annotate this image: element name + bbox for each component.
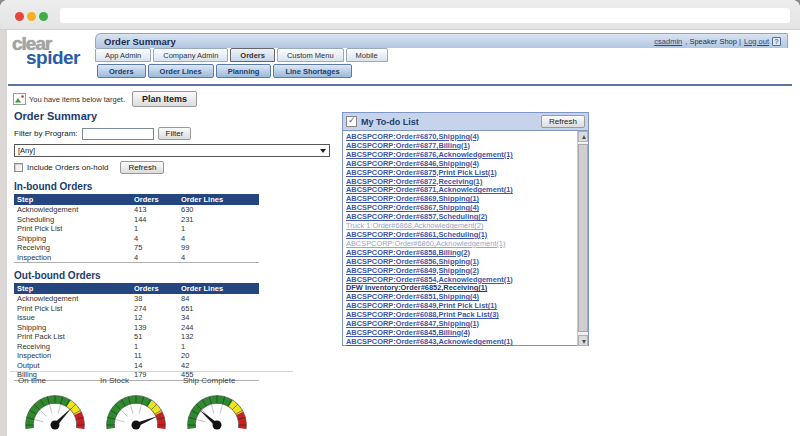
table-row: Print Pack List 51 132 bbox=[14, 332, 259, 342]
subtab-planning[interactable]: Planning bbox=[216, 64, 272, 78]
table-row: Shipping 139 244 bbox=[14, 323, 259, 333]
gauge-label-ship-complete: Ship Complete bbox=[183, 376, 235, 385]
todo-item-link[interactable]: ABCSPCORP:Order#6847,Shipping(1) bbox=[346, 320, 574, 329]
address-bar[interactable] bbox=[60, 8, 790, 23]
todo-item-link[interactable]: ABCSPCORP:Order#6854,Acknowledgement(1) bbox=[346, 276, 574, 285]
program-select[interactable]: [Any] bbox=[14, 144, 330, 157]
page-content: clear spider Order Summary csadmin , Spe… bbox=[0, 30, 800, 436]
column-header-order-lines: Order Lines bbox=[181, 283, 259, 294]
todo-title: My To-do List bbox=[361, 117, 537, 127]
todo-panel: My To-do List Refresh ABCSPCORP:Order#68… bbox=[342, 112, 589, 346]
todo-item-link[interactable]: ABCSPCORP:Order#6870,Shipping(4) bbox=[346, 133, 574, 142]
scroll-thumb[interactable] bbox=[578, 144, 588, 332]
clearspider-logo: clear spider bbox=[12, 35, 80, 66]
todo-item-link[interactable]: ABCSPCORP:Order#6849,Shipping(2) bbox=[346, 267, 574, 276]
tab-company-admin[interactable]: Company Admin bbox=[153, 48, 228, 62]
gauge-on-time bbox=[23, 387, 87, 435]
subtab-order-lines[interactable]: Order Lines bbox=[148, 64, 214, 78]
todo-item-link[interactable]: ABCSPCORP:Order#6860,Acknowledgement(1) bbox=[346, 240, 574, 249]
column-header-step: Step bbox=[14, 283, 134, 294]
include-onhold-label: Include Orders on-hold bbox=[27, 163, 108, 172]
tab-custom-menu[interactable]: Custom Menu bbox=[277, 48, 344, 62]
todo-item-link[interactable]: ABCSPCORP:Order#6851,Shipping(4) bbox=[346, 293, 574, 302]
column-header-orders: Orders bbox=[134, 283, 181, 294]
table-row: Inspection 4 4 bbox=[14, 253, 259, 263]
minimize-button[interactable] bbox=[27, 12, 36, 21]
maximize-button[interactable] bbox=[39, 12, 48, 21]
subtab-line-shortages[interactable]: Line Shortages bbox=[273, 64, 351, 78]
program-filter-input[interactable] bbox=[82, 128, 154, 140]
todo-item-link[interactable]: ABCSPCORP:Order#6875,Print Pick List(1) bbox=[346, 169, 574, 178]
todo-item-link[interactable]: ABCSPCORP:Order#6849,Print Pick List(1) bbox=[346, 302, 574, 311]
inbound-orders-table: Step Orders Order Lines Acknowledgement … bbox=[14, 194, 259, 263]
outbound-table-body: Acknowledgement 38 84 Print Pick List 27… bbox=[14, 294, 259, 380]
broken-image-icon bbox=[13, 93, 26, 105]
company-name-text: , Speaker Shop | bbox=[685, 37, 741, 46]
logo-text-spider: spider bbox=[26, 49, 80, 66]
todo-items: ABCSPCORP:Order#6870,Shipping(4)ABCSPCOR… bbox=[346, 133, 574, 346]
header-divider bbox=[8, 84, 792, 86]
table-header-row: Step Orders Order Lines bbox=[14, 194, 259, 205]
tab-app-admin[interactable]: App Admin bbox=[95, 48, 151, 62]
gauges-row bbox=[23, 387, 266, 435]
logout-link[interactable]: Log out bbox=[744, 37, 769, 46]
todo-item-link[interactable]: ABCSPCORP:Order#6843,Acknowledgement(1) bbox=[346, 338, 574, 346]
subtab-orders[interactable]: Orders bbox=[97, 64, 146, 78]
table-row: Acknowledgement 38 84 bbox=[14, 294, 259, 304]
tab-mobile[interactable]: Mobile bbox=[346, 48, 388, 62]
todo-item-link[interactable]: ABCSPCORP:Order#6845,Billing(4) bbox=[346, 329, 574, 338]
close-button[interactable] bbox=[15, 12, 24, 21]
outbound-orders-heading: Out-bound Orders bbox=[14, 270, 336, 281]
user-name-link[interactable]: csadmin bbox=[654, 37, 682, 46]
table-row: Print Pick List 274 651 bbox=[14, 304, 259, 314]
notice-text: You have items below target. bbox=[29, 95, 125, 104]
table-row: Scheduling 144 231 bbox=[14, 215, 259, 225]
filter-button[interactable]: Filter bbox=[158, 127, 192, 140]
todo-item-link[interactable]: ABCSPCORP:Order#6088,Print Pack List(3) bbox=[346, 311, 574, 320]
order-summary-section: Order Summary Filter by Program: Filter … bbox=[14, 110, 336, 381]
column-header-order-lines: Order Lines bbox=[181, 194, 259, 205]
todo-item-link[interactable]: DFW Inventory:Order#6852,Receiving(1) bbox=[346, 284, 574, 293]
inbound-orders-heading: In-bound Orders bbox=[14, 181, 336, 192]
todo-item-link[interactable]: ABCSPCORP:Order#6846,Shipping(4) bbox=[346, 160, 574, 169]
browser-window: clear spider Order Summary csadmin , Spe… bbox=[0, 0, 800, 436]
inbound-table-body: Acknowledgement 413 630 Scheduling 144 2… bbox=[14, 205, 259, 262]
gauge-label-on-time: On time bbox=[18, 376, 46, 385]
todo-item-link[interactable]: ABCSPCORP:Order#6867,Shipping(4) bbox=[346, 204, 574, 213]
filter-by-program-label: Filter by Program: bbox=[14, 129, 78, 138]
scroll-down-arrow-icon[interactable] bbox=[578, 335, 588, 346]
todo-item-link[interactable]: ABCSPCORP:Order#6877,Billing(1) bbox=[346, 142, 574, 151]
include-onhold-checkbox[interactable] bbox=[14, 163, 23, 172]
tab-orders[interactable]: Orders bbox=[230, 48, 275, 62]
todo-item-link[interactable]: ABCSPCORP:Order#6869,Shipping(1) bbox=[346, 195, 574, 204]
table-row: Output 14 42 bbox=[14, 361, 259, 371]
table-row: Print Pick List 1 1 bbox=[14, 224, 259, 234]
todo-list: ABCSPCORP:Order#6870,Shipping(4)ABCSPCOR… bbox=[343, 131, 588, 346]
todo-item-link[interactable]: ABCSPCORP:Order#6861,Scheduling(1) bbox=[346, 231, 574, 240]
gauge-label-in-stock: In Stock bbox=[100, 376, 129, 385]
table-row: Acknowledgement 413 630 bbox=[14, 205, 259, 215]
todo-list-icon bbox=[346, 116, 357, 127]
plan-items-button[interactable]: Plan Items bbox=[132, 91, 197, 107]
todo-scrollbar[interactable] bbox=[577, 131, 588, 346]
table-row: Shipping 4 4 bbox=[14, 234, 259, 244]
sub-tabs: Orders Order Lines Planning Line Shortag… bbox=[97, 64, 352, 78]
todo-item-link[interactable]: ABCSPCORP:Order#6872,Receiving(1) bbox=[346, 178, 574, 187]
todo-refresh-button[interactable]: Refresh bbox=[541, 115, 585, 128]
column-header-step: Step bbox=[14, 194, 134, 205]
order-summary-heading: Order Summary bbox=[14, 110, 336, 122]
todo-item-link[interactable]: Truck 1:Order#6868,Acknowledgement(2) bbox=[346, 222, 574, 231]
todo-item-link[interactable]: ABCSPCORP:Order#6857,Scheduling(2) bbox=[346, 213, 574, 222]
todo-item-link[interactable]: ABCSPCORP:Order#6858,Billing(2) bbox=[346, 249, 574, 258]
refresh-orders-button[interactable]: Refresh bbox=[120, 161, 164, 174]
help-icon[interactable]: ? bbox=[772, 37, 781, 46]
todo-item-link[interactable]: ABCSPCORP:Order#6876,Acknowledgement(1) bbox=[346, 151, 574, 160]
todo-item-link[interactable]: ABCSPCORP:Order#6856,Shipping(1) bbox=[346, 258, 574, 267]
todo-item-link[interactable]: ABCSPCORP:Order#6871,Acknowledgement(1) bbox=[346, 186, 574, 195]
onhold-row: Include Orders on-hold Refresh bbox=[14, 161, 336, 174]
gauge-in-stock bbox=[104, 387, 168, 435]
chevron-down-icon bbox=[320, 149, 326, 153]
scroll-up-arrow-icon[interactable] bbox=[578, 131, 588, 142]
user-links: csadmin , Speaker Shop | Log out ? bbox=[654, 37, 787, 46]
gauge-ship-complete bbox=[185, 387, 249, 435]
